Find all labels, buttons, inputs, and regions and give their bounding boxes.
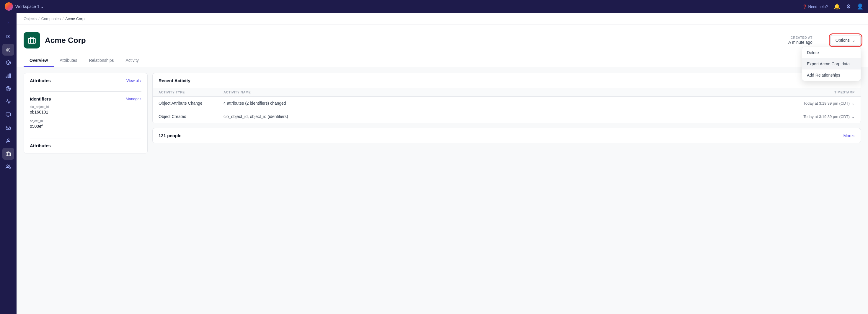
svg-rect-3 <box>8 75 9 78</box>
header-right: CREATED AT A minute ago Options ⌄ Delete… <box>788 35 861 46</box>
col-header-timestamp: TIMESTAMP <box>796 90 855 94</box>
options-dropdown: Delete Export Acme Corp data Add Relatio… <box>802 47 861 81</box>
breadcrumb-companies[interactable]: Companies <box>41 17 61 21</box>
entity-avatar <box>24 32 40 49</box>
breadcrumb: Objects / Companies / Acme Corp <box>17 13 868 25</box>
svg-point-7 <box>8 88 9 89</box>
entity-name-block: Acme Corp <box>45 36 86 45</box>
tab-attributes[interactable]: Attributes <box>54 54 83 67</box>
more-chevron-icon: › <box>853 133 855 138</box>
sidebar-item-terminal[interactable] <box>2 109 14 121</box>
entity-meta: CREATED AT A minute ago <box>788 36 812 45</box>
left-panel: Attributes View all › Identifiers Manage… <box>24 73 148 153</box>
sidebar-item-charts[interactable] <box>2 70 14 82</box>
sidebar-item-search[interactable]: ◎ <box>2 44 14 56</box>
attributes-sub-title: Attributes <box>30 143 51 148</box>
dropdown-item-delete[interactable]: Delete <box>802 47 861 58</box>
view-all-chevron-icon: › <box>140 78 142 83</box>
tabs: Overview Attributes Relationships Activi… <box>24 54 861 67</box>
activity-type-1: Object Attribute Change <box>159 101 223 106</box>
col-header-name: ACTIVITY NAME <box>223 90 796 94</box>
attributes-sub-section: Attributes <box>24 138 147 153</box>
page-header-top: Acme Corp CREATED AT A minute ago Option… <box>24 32 861 49</box>
identifiers-title: Identifiers <box>30 96 51 102</box>
svg-rect-8 <box>6 113 11 116</box>
sidebar-item-person[interactable] <box>2 135 14 147</box>
svg-point-6 <box>7 87 10 90</box>
options-button[interactable]: Options ⌄ <box>830 35 861 46</box>
workspace-name: Workspace 1 <box>16 4 39 9</box>
tab-relationships[interactable]: Relationships <box>83 54 120 67</box>
tab-activity[interactable]: Activity <box>120 54 144 67</box>
created-at-value: A minute ago <box>788 40 812 45</box>
svg-rect-4 <box>6 76 7 78</box>
created-at-label: CREATED AT <box>788 36 812 39</box>
identifiers-section: Identifiers Manage › cio_object_id ob160… <box>24 92 147 138</box>
page-header: Acme Corp CREATED AT A minute ago Option… <box>17 25 868 67</box>
topbar: Workspace 1 ⌄ ❓ Need help? 🔔 ⚙ 👤 <box>0 0 868 13</box>
manage-link[interactable]: Manage › <box>126 97 142 101</box>
entity-info: Acme Corp <box>24 32 86 49</box>
sidebar-item-inbox[interactable] <box>2 122 14 134</box>
expand-icon-2[interactable]: ⌄ <box>851 114 855 119</box>
topbar-right: ❓ Need help? 🔔 ⚙ 👤 <box>802 3 864 10</box>
breadcrumb-sep-2: / <box>62 17 63 21</box>
help-circle-icon: ❓ <box>802 4 807 9</box>
dropdown-item-export[interactable]: Export Acme Corp data <box>802 58 861 69</box>
activity-name-1: 4 attributes (2 identifiers) changed <box>223 101 796 106</box>
workspace-chevron: ⌄ <box>40 4 44 9</box>
svg-rect-2 <box>10 74 11 78</box>
topbar-left: Workspace 1 ⌄ <box>5 2 44 11</box>
object-id-value: o500ef <box>30 124 142 129</box>
cio-object-id-value: ob160101 <box>30 110 142 114</box>
svg-point-13 <box>7 165 8 167</box>
sidebar-item-layers[interactable] <box>2 57 14 68</box>
view-all-link[interactable]: View all › <box>126 78 142 83</box>
notifications-icon[interactable]: 🔔 <box>834 3 840 10</box>
options-area: Options ⌄ Delete Export Acme Corp data A… <box>830 35 861 46</box>
identifiers-header: Identifiers Manage › <box>30 96 142 102</box>
entity-name: Acme Corp <box>45 36 86 45</box>
activity-type-2: Object Created <box>159 114 223 119</box>
svg-point-11 <box>7 139 9 140</box>
breadcrumb-objects[interactable]: Objects <box>24 17 37 21</box>
object-id-label: object_id <box>30 119 142 123</box>
cio-object-id-label: cio_object_id <box>30 105 142 109</box>
sidebar-item-profile[interactable] <box>2 161 14 173</box>
breadcrumb-sep-1: / <box>38 17 39 21</box>
main-content: Objects / Companies / Acme Corp Acme Cor… <box>17 13 868 314</box>
content-area: Attributes View all › Identifiers Manage… <box>17 67 868 160</box>
activity-card: Recent Activity ACTIVITY TYPE ACTIVITY N… <box>152 73 861 123</box>
attributes-title: Attributes <box>30 78 51 83</box>
more-link[interactable]: More › <box>843 133 855 138</box>
expand-icon-1[interactable]: ⌄ <box>851 101 855 106</box>
manage-chevron-icon: › <box>140 97 142 101</box>
activity-name-2: cio_object_id, object_id (identifiers) <box>223 114 796 119</box>
breadcrumb-current: Acme Corp <box>65 17 85 21</box>
attributes-header: Attributes View all › <box>30 78 142 83</box>
activity-timestamp-2: Today at 3:19:39 pm (CDT) ⌄ <box>796 114 855 119</box>
tab-overview[interactable]: Overview <box>24 54 54 67</box>
sidebar-item-company[interactable] <box>2 148 14 160</box>
activity-column-headers: ACTIVITY TYPE ACTIVITY NAME TIMESTAMP <box>153 88 861 97</box>
dropdown-item-add-relationships[interactable]: Add Relationships <box>802 69 861 81</box>
people-count: 121 people <box>159 133 182 138</box>
sidebar-item-target[interactable] <box>2 83 14 95</box>
sidebar-item-mail[interactable]: ✉ <box>2 31 14 42</box>
user-icon[interactable]: 👤 <box>857 3 863 10</box>
activity-timestamp-1: Today at 3:19:39 pm (CDT) ⌄ <box>796 101 855 106</box>
activity-row-2: Object Created cio_object_id, object_id … <box>153 110 861 123</box>
sidebar-item-announce[interactable] <box>2 96 14 108</box>
right-panel: Recent Activity ACTIVITY TYPE ACTIVITY N… <box>152 73 861 153</box>
svg-rect-12 <box>6 152 11 156</box>
workspace-selector[interactable]: Workspace 1 ⌄ <box>16 4 44 9</box>
col-header-type: ACTIVITY TYPE <box>159 90 223 94</box>
help-button[interactable]: ❓ Need help? <box>802 4 828 9</box>
people-card: 121 people More › <box>152 128 861 143</box>
sidebar: » ✉ ◎ <box>0 13 17 314</box>
svg-rect-14 <box>28 38 35 43</box>
settings-icon[interactable]: ⚙ <box>846 3 851 10</box>
options-chevron-icon: ⌄ <box>852 38 856 42</box>
sidebar-expand-button[interactable]: » <box>2 17 14 28</box>
activity-row-1: Object Attribute Change 4 attributes (2 … <box>153 97 861 110</box>
